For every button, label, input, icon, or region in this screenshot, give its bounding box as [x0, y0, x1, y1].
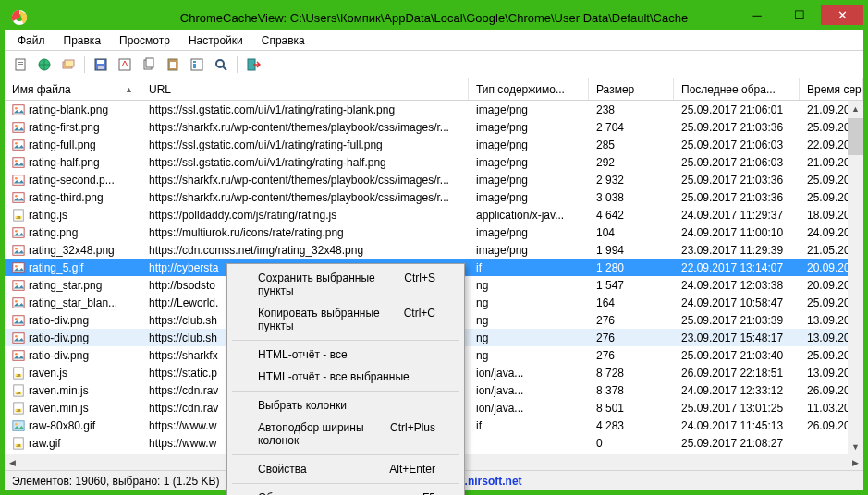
menu-edit[interactable]: Правка	[56, 32, 109, 49]
tool-find-icon[interactable]	[211, 54, 231, 75]
svg-text:JS: JS	[16, 408, 20, 413]
cell-size: 3 038	[589, 191, 674, 204]
tool-doc-icon[interactable]	[10, 54, 31, 75]
col-server-time[interactable]: Время сервера	[800, 78, 863, 100]
scroll-right-icon[interactable]: ▶	[848, 454, 863, 470]
svg-rect-48	[13, 315, 24, 325]
col-size[interactable]: Размер	[589, 78, 674, 100]
svg-rect-23	[13, 104, 24, 115]
context-menu-item[interactable]: ОбновитьF5	[230, 487, 461, 495]
tool-paste-icon[interactable]	[163, 54, 183, 75]
cell-filename: JSrating.js	[5, 209, 141, 222]
vertical-scrollbar[interactable]: ▲ ▼	[848, 101, 863, 454]
cell-type: application/x-jav...	[469, 209, 589, 222]
cell-size: 8 728	[589, 367, 674, 380]
context-menu-separator	[232, 483, 459, 484]
svg-point-51	[15, 334, 18, 337]
col-content-type[interactable]: Тип содержимо...	[469, 78, 589, 100]
tool-save-icon[interactable]	[91, 54, 111, 75]
tool-folders-icon[interactable]	[58, 54, 79, 75]
svg-point-32	[15, 176, 18, 179]
cell-mod: 25.09.2017 21:08:27	[674, 437, 800, 450]
menu-options[interactable]: Настройки	[181, 32, 251, 49]
cell-type: image/png	[469, 156, 589, 169]
status-left: Элементов: 19060, выбрано: 1 (1.25 KB)	[12, 475, 219, 488]
cell-filename: rating-second.p...	[5, 174, 141, 187]
table-row[interactable]: rating-third.pnghttps://sharkfx.ru/wp-co…	[5, 188, 863, 206]
table-row[interactable]: rating-first.pnghttps://sharkfx.ru/wp-co…	[5, 118, 863, 136]
col-url[interactable]: URL	[141, 78, 469, 100]
cell-size: 276	[589, 314, 674, 327]
toolbar	[5, 51, 863, 78]
tool-copy-icon[interactable]	[139, 54, 159, 75]
cell-type: ng	[469, 279, 589, 292]
scroll-up-icon[interactable]: ▲	[848, 101, 863, 116]
cell-filename: rating-third.png	[5, 191, 141, 204]
titlebar[interactable]: ChromeCacheView: C:\Users\Компик\AppData…	[5, 5, 863, 30]
cell-size: 276	[589, 332, 674, 344]
svg-point-49	[15, 317, 18, 320]
scroll-left-icon[interactable]: ◀	[5, 454, 20, 470]
context-menu-separator	[232, 391, 459, 392]
svg-text:JS: JS	[16, 215, 20, 220]
cell-filename: rating_star.png	[5, 279, 141, 292]
context-menu-item[interactable]: Копировать выбранные пунктыCtrl+C	[230, 302, 461, 337]
cell-filename: rating-full.png	[5, 139, 141, 151]
table-row[interactable]: rating-full.pnghttps://ssl.gstatic.com/u…	[5, 136, 863, 153]
svg-rect-25	[13, 122, 24, 132]
cell-filename: JSraw.gif	[5, 437, 141, 450]
menu-help[interactable]: Справка	[254, 32, 312, 49]
menu-file[interactable]: Файл	[10, 32, 53, 49]
cell-mod: 24.09.2017 11:45:13	[674, 419, 800, 432]
svg-rect-38	[13, 227, 24, 237]
tool-props-icon[interactable]	[187, 54, 207, 75]
context-menu-item[interactable]: HTML-отчёт - все	[230, 344, 461, 366]
scroll-down-icon[interactable]: ▼	[848, 439, 863, 454]
table-row[interactable]: rating-half.pnghttps://ssl.gstatic.com/u…	[5, 153, 863, 171]
app-icon	[10, 8, 29, 30]
context-menu-item[interactable]: СвойстваAlt+Enter	[230, 458, 461, 480]
cell-url: https://multiurok.ru/icons/rate/rating.p…	[141, 226, 469, 239]
cell-type: ng	[469, 332, 589, 344]
cell-type: ion/java...	[469, 402, 589, 415]
toolbar-separator	[84, 56, 85, 73]
context-menu-item[interactable]: HTML-отчёт - все выбранные	[230, 366, 461, 388]
menu-view[interactable]: Просмотр	[112, 32, 177, 49]
sort-indicator-icon: ▲	[125, 85, 133, 94]
context-menu-item[interactable]: Автоподбор ширины колонокCtrl+Plus	[230, 417, 461, 452]
cell-type: ng	[469, 296, 589, 309]
tool-savehtml-icon[interactable]	[115, 54, 135, 75]
cell-type: ion/java...	[469, 367, 589, 380]
col-last-modified[interactable]: Последнее обра...	[674, 78, 800, 100]
svg-rect-27	[13, 139, 24, 150]
svg-rect-63	[13, 420, 24, 430]
cell-mod: 25.09.2017 21:03:36	[674, 191, 800, 204]
tool-exit-icon[interactable]	[243, 54, 263, 75]
minimize-button[interactable]: ─	[736, 5, 778, 25]
scroll-thumb[interactable]	[848, 118, 863, 155]
cell-size: 292	[589, 156, 674, 169]
svg-rect-31	[13, 175, 24, 185]
close-button[interactable]: ✕	[821, 5, 863, 25]
cell-size: 4 642	[589, 209, 674, 222]
col-filename[interactable]: Имя файла▲	[5, 78, 141, 100]
cell-filename: JSraven.min.js	[5, 402, 141, 415]
svg-point-45	[15, 282, 18, 284]
table-row[interactable]: rating-blank.pnghttps://ssl.gstatic.com/…	[5, 101, 863, 118]
listview-header: Имя файла▲ URL Тип содержимо... Размер П…	[5, 78, 863, 101]
table-row[interactable]: rating_32x48.pnghttps://cdn.comss.net/im…	[5, 241, 863, 259]
maximize-button[interactable]: ☐	[778, 5, 821, 25]
cell-size: 276	[589, 349, 674, 362]
svg-rect-29	[13, 157, 24, 167]
svg-point-24	[15, 106, 18, 109]
cell-size: 164	[589, 296, 674, 309]
table-row[interactable]: rating-second.p...https://sharkfx.ru/wp-…	[5, 171, 863, 188]
svg-point-41	[15, 247, 18, 249]
table-row[interactable]: JSrating.jshttps://polldaddy.com/js/rati…	[5, 206, 863, 223]
cell-filename: ratio-div.png	[5, 349, 141, 362]
tool-globe-icon[interactable]	[34, 54, 55, 75]
context-menu-item[interactable]: Сохранить выбранные пунктыCtrl+S	[230, 267, 461, 302]
context-menu-item[interactable]: Выбрать колонки	[230, 394, 461, 417]
table-row[interactable]: rating.pnghttps://multiurok.ru/icons/rat…	[5, 223, 863, 241]
cell-size: 1 994	[589, 244, 674, 257]
